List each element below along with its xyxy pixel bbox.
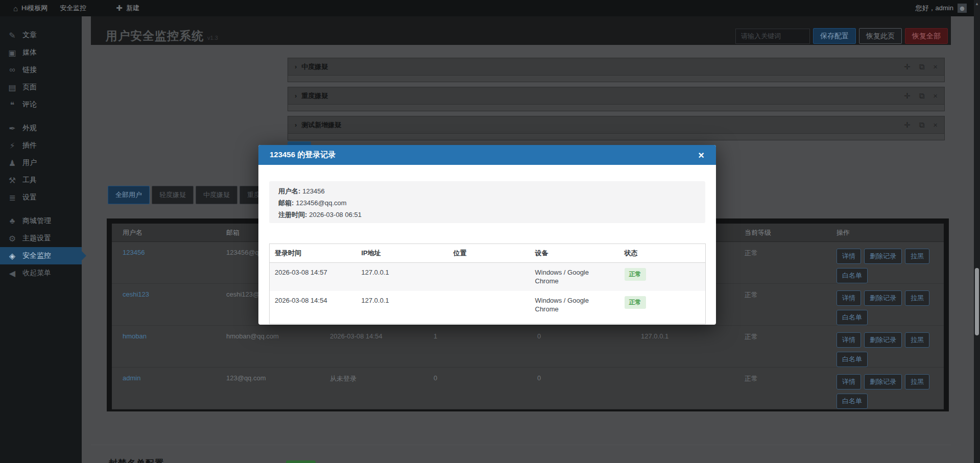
ip-cell: 127.0.0.1: [356, 263, 448, 291]
login-time-cell: 2026-03-08 14:57: [270, 263, 356, 291]
username-value: 123456: [302, 187, 324, 195]
status-badge: 正常: [625, 296, 646, 309]
modal-user-info: 用户名:123456 邮箱:123456@qq.com 注册时间:2026-03…: [269, 181, 705, 223]
email-value: 123456@qq.com: [296, 199, 346, 207]
scrollbar-track[interactable]: [974, 0, 980, 463]
user-info-line: 邮箱:123456@qq.com: [278, 197, 696, 209]
modal-close-icon[interactable]: ×: [698, 150, 704, 160]
login-time-cell: 2026-03-08 14:54: [270, 291, 356, 324]
login-records-table: 登录时间 IP地址 位置 设备 状态 2026-03-08 14:57 127.…: [269, 243, 706, 324]
col-login-time: 登录时间: [270, 244, 356, 263]
registered-value: 2026-03-08 06:51: [309, 211, 362, 218]
status-badge: 正常: [625, 268, 646, 281]
status-cell: 正常: [619, 263, 706, 291]
ip-cell: 127.0.0.1: [356, 291, 448, 324]
page: Hi模板网 安全监控 新建 您好，admin 文章 媒体 链接: [0, 0, 980, 463]
location-cell: [448, 263, 530, 291]
scrollbar-up-arrow-icon[interactable]: [974, 2, 980, 6]
login-table-header-row: 登录时间 IP地址 位置 设备 状态: [270, 244, 706, 263]
email-label: 邮箱:: [278, 199, 294, 207]
device-cell: Windows / Google Chrome: [530, 291, 619, 324]
col-status: 状态: [619, 244, 706, 263]
modal-title: 123456 的登录记录: [270, 150, 336, 160]
device-cell: Windows / Google Chrome: [530, 263, 619, 291]
location-cell: [448, 291, 530, 324]
user-info-line: 用户名:123456: [278, 185, 696, 197]
registered-label: 注册时间:: [278, 211, 307, 218]
col-location: 位置: [448, 244, 530, 263]
col-device: 设备: [530, 244, 619, 263]
col-ip: IP地址: [356, 244, 448, 263]
login-record-row: 2026-03-08 14:57 127.0.0.1 Windows / Goo…: [270, 263, 706, 291]
login-records-modal: 123456 的登录记录 × 用户名:123456 邮箱:123456@qq.c…: [258, 145, 716, 325]
modal-header: 123456 的登录记录 ×: [258, 145, 716, 165]
login-record-row: 2026-03-08 14:54 127.0.0.1 Windows / Goo…: [270, 291, 706, 324]
scrollbar-thumb[interactable]: [975, 268, 979, 335]
username-label: 用户名:: [278, 187, 300, 195]
user-info-line: 注册时间:2026-03-08 06:51: [278, 209, 696, 221]
status-cell: 正常: [619, 291, 706, 324]
